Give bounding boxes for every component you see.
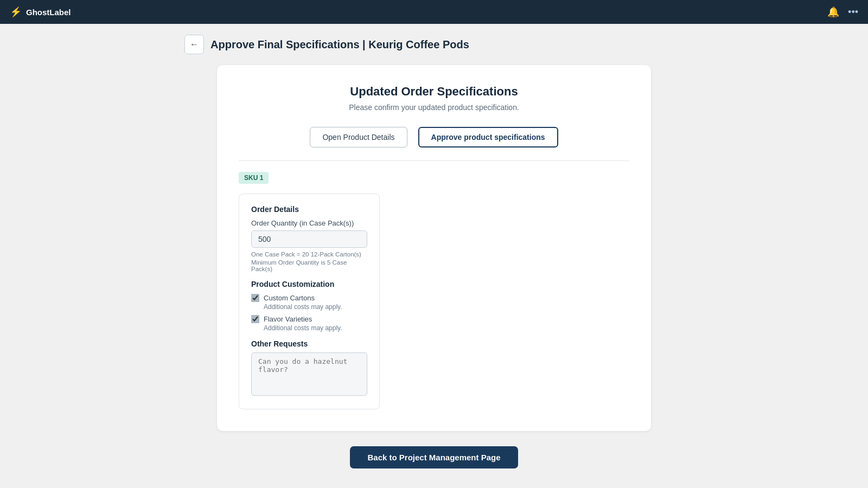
- divider: [239, 160, 629, 161]
- hint-case-pack: One Case Pack = 20 12-Pack Carton(s): [251, 251, 367, 258]
- action-buttons: Open Product Details Approve product spe…: [239, 127, 629, 147]
- more-options-icon[interactable]: •••: [848, 7, 858, 18]
- custom-cartons-note: Additional costs may apply.: [264, 303, 367, 311]
- page-title: Approve Final Specifications | Keurig Co…: [210, 38, 469, 51]
- hint-minimum-order: Minimum Order Quantity is 5 Case Pack(s): [251, 259, 367, 272]
- customization-title: Product Customization: [251, 280, 367, 288]
- sku-badge: SKU 1: [239, 172, 269, 184]
- custom-cartons-checkbox-row: Custom Cartons: [251, 294, 367, 302]
- back-to-project-management-button[interactable]: Back to Project Management Page: [350, 446, 518, 468]
- back-icon: ←: [190, 40, 199, 49]
- main-card: Updated Order Specifications Please conf…: [217, 65, 651, 431]
- other-requests-title: Other Requests: [251, 339, 367, 348]
- other-requests-textarea[interactable]: [251, 352, 367, 396]
- logo-text: GhostLabel: [26, 8, 71, 17]
- card-subtitle: Please confirm your updated product spec…: [239, 103, 629, 112]
- page-header: ← Approve Final Specifications | Keurig …: [0, 24, 868, 65]
- flavor-varieties-row: Flavor Varieties Additional costs may ap…: [251, 315, 367, 332]
- flavor-varieties-note: Additional costs may apply.: [264, 324, 367, 332]
- order-quantity-input[interactable]: [251, 230, 367, 248]
- notification-icon[interactable]: 🔔: [827, 6, 839, 18]
- topnav-right: 🔔 •••: [827, 6, 858, 18]
- flavor-varieties-checkbox-row: Flavor Varieties: [251, 315, 367, 323]
- approve-specifications-button[interactable]: Approve product specifications: [418, 127, 558, 147]
- custom-cartons-row: Custom Cartons Additional costs may appl…: [251, 294, 367, 311]
- custom-cartons-checkbox[interactable]: [251, 294, 259, 302]
- open-product-details-button[interactable]: Open Product Details: [310, 127, 407, 147]
- sku-card: Order Details Order Quantity (in Case Pa…: [239, 194, 380, 409]
- flavor-varieties-checkbox[interactable]: [251, 315, 259, 323]
- content-area: Updated Order Specifications Please conf…: [0, 65, 868, 468]
- order-details-title: Order Details: [251, 205, 367, 214]
- logo-icon: ⚡: [10, 6, 22, 18]
- bottom-section: Back to Project Management Page: [350, 446, 518, 468]
- back-button[interactable]: ←: [184, 35, 204, 54]
- top-navigation: ⚡ GhostLabel 🔔 •••: [0, 0, 868, 24]
- card-title: Updated Order Specifications: [239, 85, 629, 99]
- order-quantity-label: Order Quantity (in Case Pack(s)): [251, 219, 367, 227]
- flavor-varieties-label: Flavor Varieties: [264, 315, 312, 323]
- custom-cartons-label: Custom Cartons: [264, 294, 315, 302]
- logo-area: ⚡ GhostLabel: [10, 6, 71, 18]
